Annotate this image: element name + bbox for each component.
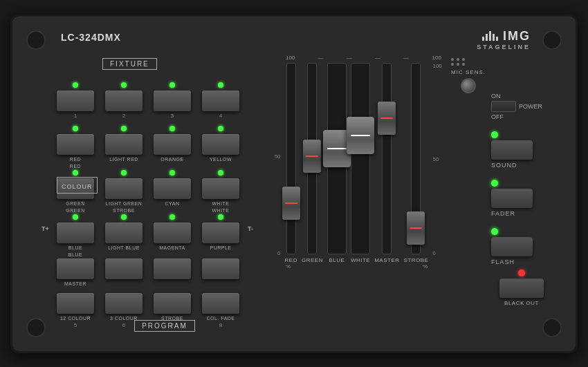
scale-0-l: 0 bbox=[277, 250, 280, 256]
led-purple bbox=[218, 214, 223, 220]
btn-3colour[interactable] bbox=[105, 293, 143, 314]
btn-magenta[interactable] bbox=[154, 223, 191, 243]
btn-tplus[interactable] bbox=[57, 258, 94, 279]
scale-50-r: 50 bbox=[432, 156, 439, 162]
btn-fixture-2[interactable] bbox=[105, 91, 143, 111]
fader-section: 100 — — — — 100 50 0 bbox=[265, 55, 448, 270]
fader-line-red bbox=[285, 203, 297, 204]
label-light-blue: LIGHT BLUE bbox=[108, 245, 140, 250]
btn-cyan[interactable] bbox=[154, 178, 191, 199]
label-yellow: YELLOW bbox=[210, 157, 232, 162]
sublabel-red: RED bbox=[70, 164, 81, 169]
fader-name-white: WHITE bbox=[351, 257, 370, 263]
fader-inner: FADER bbox=[491, 180, 542, 217]
fader-handle-strobe[interactable] bbox=[407, 211, 425, 245]
fader-name-green: GREEN bbox=[302, 257, 323, 263]
btn-spare4[interactable] bbox=[202, 258, 239, 279]
led-light-red bbox=[121, 126, 127, 131]
buttons-section: 1 2 3 4 bbox=[54, 62, 242, 328]
btn-unit-orange: ORANGE bbox=[151, 126, 194, 169]
label-cyan: CYAN bbox=[165, 201, 180, 206]
colour-label: COLOUR bbox=[62, 183, 93, 190]
blackout-led bbox=[518, 270, 525, 276]
btn-unit-spare4 bbox=[199, 258, 242, 286]
on-label: ON bbox=[491, 93, 542, 100]
btn-light-green[interactable] bbox=[105, 178, 143, 199]
fixture-btn-2: 2 bbox=[102, 82, 145, 119]
btn-unit-tminus bbox=[102, 258, 145, 286]
blackout-btn[interactable] bbox=[499, 279, 544, 298]
fader-ctrl-label: FADER bbox=[491, 210, 515, 217]
fader-handle-red[interactable] bbox=[282, 187, 300, 220]
fader-ctrl-btn[interactable] bbox=[491, 189, 533, 208]
btn-fixture-1[interactable] bbox=[57, 91, 94, 111]
logo-text: IMG bbox=[503, 29, 531, 44]
sound-section: SOUND bbox=[491, 131, 542, 169]
btn-yellow[interactable] bbox=[202, 134, 239, 155]
label-purple: PURPLE bbox=[210, 245, 231, 250]
mic-dot bbox=[451, 58, 454, 61]
btn-fixture-3[interactable] bbox=[154, 91, 191, 111]
fader-line-white bbox=[351, 135, 370, 136]
fader-white: WHITE bbox=[351, 63, 370, 263]
program-label: PROGRAM bbox=[134, 320, 195, 332]
btn-blue[interactable] bbox=[57, 223, 94, 243]
colour-label-box: COLOUR bbox=[57, 177, 98, 194]
sublabel-tplus: MASTER bbox=[64, 281, 86, 286]
btn-purple[interactable] bbox=[202, 223, 239, 243]
fader-handle-green[interactable] bbox=[303, 140, 321, 173]
led-yellow bbox=[218, 126, 223, 131]
btn-12colour[interactable] bbox=[57, 293, 94, 314]
num-fixture-1: 1 bbox=[74, 113, 77, 119]
fader-line-green bbox=[306, 156, 318, 157]
flash-btn[interactable] bbox=[491, 237, 533, 256]
dash2: — bbox=[347, 55, 352, 61]
dash1: — bbox=[318, 55, 324, 61]
sublabel-light-green: STROBE bbox=[113, 208, 135, 213]
fader-line-blue bbox=[327, 148, 347, 149]
pct-right: % bbox=[423, 263, 428, 270]
btn-light-blue[interactable] bbox=[105, 223, 143, 243]
fader-handle-white[interactable] bbox=[347, 117, 374, 154]
right-scale: 100 50 0 bbox=[432, 63, 445, 256]
btn-spare3[interactable] bbox=[154, 258, 191, 279]
btn-tminus[interactable] bbox=[105, 258, 143, 279]
fader-handle-master[interactable] bbox=[378, 102, 396, 135]
scale-0-r: 0 bbox=[432, 250, 435, 256]
right-controls: ON POWER OFF SOUND FADER bbox=[491, 93, 542, 272]
fader-track-white bbox=[351, 63, 370, 254]
fader-line-strobe bbox=[410, 227, 422, 229]
scale-top-right: 100 bbox=[432, 55, 441, 61]
led-magenta bbox=[169, 214, 175, 220]
mic-dot bbox=[462, 63, 465, 66]
fixture-btn-4: 4 bbox=[199, 82, 242, 119]
btn-unit-red: RED RED bbox=[54, 126, 97, 169]
power-switch[interactable] bbox=[491, 101, 516, 112]
num-fixture-3: 3 bbox=[171, 113, 174, 119]
off-label: OFF bbox=[491, 113, 542, 120]
device-body: LC-324DMX IMG STAGELINE FIXTURE bbox=[10, 15, 578, 353]
device-title: LC-324DMX bbox=[61, 32, 121, 43]
sublabel-white: WHITE bbox=[212, 208, 229, 213]
mic-sens-label: MIC SENS. bbox=[451, 69, 486, 75]
btn-fixture-4[interactable] bbox=[202, 91, 239, 111]
fader-line-master bbox=[380, 117, 393, 119]
btn-orange[interactable] bbox=[154, 134, 191, 155]
btn-col-fade[interactable] bbox=[202, 293, 239, 314]
btn-unit-tplus: MASTER bbox=[54, 258, 97, 286]
btn-red[interactable] bbox=[57, 134, 94, 155]
btn-strobe[interactable] bbox=[154, 293, 191, 314]
power-row: POWER bbox=[491, 101, 542, 112]
led-fixture-1 bbox=[73, 82, 78, 88]
label-orange: ORANGE bbox=[160, 157, 183, 162]
mic-knob[interactable] bbox=[461, 78, 476, 93]
btn-light-red[interactable] bbox=[105, 134, 143, 155]
fader-strobe: STROBE bbox=[404, 63, 429, 263]
sound-btn[interactable] bbox=[491, 140, 533, 160]
handle-top-left bbox=[26, 30, 46, 50]
btn-unit-light-red: LIGHT RED bbox=[102, 126, 145, 169]
btn-white[interactable] bbox=[202, 178, 239, 199]
left-scale: 50 0 bbox=[268, 63, 281, 256]
fader-blue: BLUE bbox=[327, 63, 347, 263]
dash4: — bbox=[403, 55, 409, 61]
